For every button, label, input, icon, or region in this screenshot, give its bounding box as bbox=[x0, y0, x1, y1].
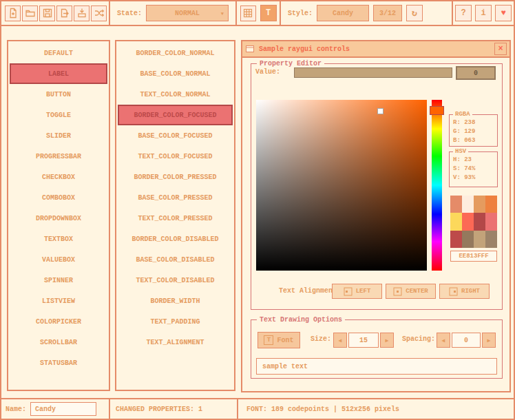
control-list-item[interactable]: COLORPICKER bbox=[10, 311, 107, 332]
open-folder-icon bbox=[25, 8, 36, 19]
align-center-button[interactable]: CENTER bbox=[386, 284, 436, 299]
palette-swatch[interactable] bbox=[462, 213, 474, 230]
control-list-item[interactable]: TOGGLE bbox=[10, 105, 107, 125]
spacing-decrease-button[interactable]: ◀ bbox=[437, 333, 450, 348]
property-list-item[interactable]: BORDER_COLOR_DISABLED bbox=[118, 229, 233, 249]
control-list-item[interactable]: SPINNER bbox=[10, 270, 107, 291]
control-list-item[interactable]: BUTTON bbox=[10, 84, 107, 105]
control-list-item[interactable]: PROGRESSBAR bbox=[10, 146, 107, 167]
hsv-value-value: V: 93% bbox=[450, 174, 497, 182]
save-file-button[interactable] bbox=[39, 6, 55, 21]
control-list-item[interactable]: DEFAULT bbox=[10, 43, 107, 63]
style-name-value: Candy bbox=[333, 10, 353, 17]
value-slider[interactable] bbox=[294, 67, 452, 78]
hue-selector[interactable] bbox=[430, 106, 444, 115]
property-list-item[interactable]: TEXT_COLOR_FOCUSED bbox=[118, 146, 233, 167]
property-list-item[interactable]: BORDER_COLOR_NORMAL bbox=[118, 43, 233, 63]
info-icon: i bbox=[481, 8, 485, 18]
align-right-button[interactable]: RIGHT bbox=[439, 284, 490, 299]
palette-swatch[interactable] bbox=[474, 213, 485, 230]
color-picker-cursor[interactable] bbox=[377, 108, 383, 114]
sample-text-input[interactable]: sample text bbox=[256, 358, 497, 375]
palette-swatch[interactable] bbox=[462, 231, 474, 248]
font-button[interactable]: T Font bbox=[258, 332, 300, 348]
property-list-item[interactable]: TEXT_COLOR_NORMAL bbox=[118, 84, 233, 105]
align-left-button[interactable]: LEFT bbox=[332, 284, 382, 299]
style-name-box[interactable]: Candy bbox=[317, 5, 369, 21]
style-count-value: 3/12 bbox=[379, 10, 396, 17]
control-list-item-selected[interactable]: LABEL bbox=[10, 63, 107, 84]
property-list-item[interactable]: BASE_COLOR_NORMAL bbox=[118, 63, 233, 84]
style-table-button[interactable] bbox=[240, 6, 256, 21]
palette-swatch[interactable] bbox=[462, 196, 474, 213]
properties-list: BORDER_COLOR_NORMAL BASE_COLOR_NORMAL TE… bbox=[115, 40, 235, 391]
control-list-item[interactable]: LISTVIEW bbox=[10, 291, 107, 311]
hue-bar[interactable] bbox=[432, 100, 442, 271]
align-right-icon bbox=[449, 287, 458, 296]
size-label: Size: bbox=[304, 335, 331, 343]
color-picker-panel[interactable] bbox=[256, 100, 427, 271]
palette-swatch[interactable] bbox=[474, 196, 485, 213]
property-list-item[interactable]: BORDER_COLOR_PRESSED bbox=[118, 167, 233, 187]
hex-color-input[interactable]: EE813FFF bbox=[450, 251, 497, 262]
import-palette-button[interactable] bbox=[74, 6, 90, 21]
palette-swatch[interactable] bbox=[450, 213, 462, 230]
control-list-item[interactable]: SLIDER bbox=[10, 125, 107, 146]
size-value-box[interactable]: 15 bbox=[348, 333, 379, 348]
window-close-button[interactable]: × bbox=[494, 43, 507, 55]
arrow-right-icon: ▶ bbox=[487, 337, 491, 344]
control-list-item[interactable]: VALUEBOX bbox=[10, 249, 107, 270]
style-name-input[interactable]: Candy bbox=[30, 402, 96, 416]
font-atlas-button[interactable]: T bbox=[260, 5, 277, 21]
sponsor-button[interactable]: ♥ bbox=[495, 5, 512, 21]
palette-swatch[interactable] bbox=[474, 231, 485, 248]
value-box[interactable]: 0 bbox=[456, 66, 496, 80]
arrow-right-icon: ▶ bbox=[386, 337, 389, 344]
name-label: Name: bbox=[6, 406, 26, 413]
grid-icon bbox=[242, 8, 253, 19]
palette-swatch[interactable] bbox=[450, 196, 462, 213]
palette-swatch[interactable] bbox=[485, 213, 497, 230]
spacing-value-box[interactable]: 0 bbox=[452, 333, 481, 348]
property-list-item[interactable]: TEXT_ALIGNMENT bbox=[118, 332, 233, 353]
help-button[interactable]: ? bbox=[455, 5, 472, 21]
new-file-button[interactable] bbox=[5, 6, 21, 21]
font-info-text: FONT: 189 codepoints | 512x256 pixels bbox=[246, 406, 399, 413]
statusbar-name-section: Name: Candy bbox=[1, 399, 110, 419]
reload-style-button[interactable]: ↻ bbox=[406, 5, 423, 21]
palette-swatch[interactable] bbox=[485, 231, 497, 248]
rgba-readout: RGBA R: 238 G: 129 B: 063 bbox=[449, 114, 498, 147]
property-list-item[interactable]: BASE_COLOR_DISABLED bbox=[118, 249, 233, 270]
property-list-item[interactable]: TEXT_PADDING bbox=[118, 311, 233, 332]
control-list-item[interactable]: CHECKBOX bbox=[10, 167, 107, 187]
control-list-item[interactable]: COMBOBOX bbox=[10, 187, 107, 208]
palette-swatch[interactable] bbox=[485, 196, 497, 213]
property-list-item[interactable]: BORDER_WIDTH bbox=[118, 291, 233, 311]
property-list-item-selected[interactable]: BORDER_COLOR_FOCUSED bbox=[118, 105, 233, 125]
control-list-item[interactable]: STATUSBAR bbox=[10, 353, 107, 373]
state-dropdown[interactable]: NORMAL ▼ bbox=[146, 5, 229, 21]
property-list-item[interactable]: TEXT_COLOR_PRESSED bbox=[118, 208, 233, 229]
style-count-box: 3/12 bbox=[373, 5, 402, 21]
open-file-button[interactable] bbox=[22, 6, 38, 21]
random-style-button[interactable] bbox=[91, 6, 107, 21]
property-list-item[interactable]: BASE_COLOR_PRESSED bbox=[118, 187, 233, 208]
size-increase-button[interactable]: ▶ bbox=[380, 333, 394, 348]
align-left-icon bbox=[344, 287, 353, 296]
property-list-item[interactable]: BASE_COLOR_FOCUSED bbox=[118, 125, 233, 146]
export-file-button[interactable] bbox=[56, 6, 72, 21]
palette-swatch[interactable] bbox=[450, 231, 462, 248]
size-decrease-button[interactable]: ◀ bbox=[333, 333, 347, 348]
hsv-title: HSV bbox=[453, 148, 468, 156]
spacing-label: Spacing: bbox=[392, 335, 435, 343]
info-button[interactable]: i bbox=[475, 5, 492, 21]
property-list-item[interactable]: TEXT_COLOR_DISABLED bbox=[118, 270, 233, 291]
style-color-palette bbox=[450, 196, 497, 248]
control-list-item[interactable]: SCROLLBAR bbox=[10, 332, 107, 353]
control-list-item[interactable]: DROPDOWNBOX bbox=[10, 208, 107, 229]
control-list-item[interactable]: TEXTBOX bbox=[10, 229, 107, 249]
window-titlebar[interactable]: Sample raygui controls × bbox=[242, 41, 509, 58]
arrow-left-icon: ◀ bbox=[339, 337, 342, 344]
spacing-increase-button[interactable]: ▶ bbox=[482, 333, 496, 348]
text-drawing-options-title: Text Drawing Options bbox=[257, 315, 345, 324]
